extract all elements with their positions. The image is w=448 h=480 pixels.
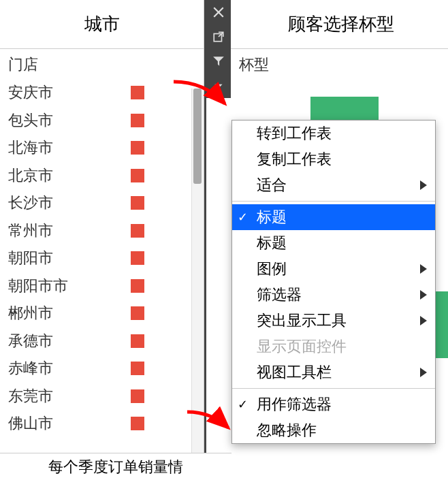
menu-label: 视图工具栏 — [257, 362, 332, 383]
color-swatch — [131, 224, 144, 238]
scrollbar-track[interactable] — [191, 89, 204, 456]
city-row[interactable]: 常州市 — [0, 217, 204, 245]
menu-separator — [232, 388, 435, 389]
city-name: 郴州市 — [8, 303, 131, 323]
city-name: 北京市 — [8, 165, 131, 186]
color-swatch — [131, 114, 144, 127]
city-name: 东莞市 — [8, 386, 131, 406]
color-swatch — [131, 417, 144, 430]
submenu-arrow-icon — [420, 364, 427, 381]
scrollbar-thumb[interactable] — [193, 89, 202, 184]
menu-label: 复制工作表 — [257, 149, 332, 170]
color-swatch — [131, 306, 144, 320]
filter-icon[interactable] — [206, 49, 231, 74]
menu-goto-sheet[interactable]: 转到工作表 — [232, 121, 435, 146]
menu-filters[interactable]: 筛选器 — [232, 282, 435, 308]
color-swatch — [131, 279, 144, 293]
menu-label: 突出显示工具 — [257, 310, 347, 331]
city-name: 常州市 — [8, 221, 131, 241]
city-name: 包头市 — [8, 110, 131, 131]
menu-label: 筛选器 — [257, 285, 302, 305]
city-row[interactable]: 朝阳市市 — [0, 272, 204, 300]
menu-fit[interactable]: 适合 — [232, 172, 435, 198]
city-row[interactable]: 承德市 — [0, 327, 204, 355]
menu-label: 忽略操作 — [257, 420, 317, 441]
city-row[interactable]: 郴州市 — [0, 300, 204, 327]
city-row[interactable]: 安庆市 — [0, 79, 204, 107]
color-swatch — [131, 362, 144, 375]
left-panel-title: 城市 — [0, 0, 204, 49]
svg-line-3 — [219, 32, 223, 37]
menu-label: 标题 — [257, 233, 287, 253]
menu-show-page-ctrl: 显示页面控件 — [232, 334, 435, 359]
menu-separator — [232, 201, 435, 202]
city-name: 朝阳市 — [8, 248, 131, 268]
city-row[interactable]: 赤峰市 — [0, 355, 204, 383]
menu-title2[interactable]: 标题 — [232, 230, 435, 256]
city-name: 安庆市 — [8, 82, 131, 103]
city-list: 安庆市包头市北海市北京市长沙市常州市朝阳市朝阳市市郴州市承德市赤峰市东莞市佛山市 — [0, 79, 204, 447]
store-label: 门店 — [0, 49, 204, 79]
right-panel-title: 顾客选择杯型 — [206, 0, 448, 49]
color-swatch — [131, 251, 144, 265]
menu-ignore-ops[interactable]: 忽略操作 — [232, 417, 435, 443]
menu-label: 转到工作表 — [257, 123, 332, 144]
menu-title-checked[interactable]: ✓ 标题 — [232, 204, 435, 230]
color-swatch — [131, 169, 144, 182]
check-icon: ✓ — [238, 210, 248, 225]
city-name: 承德市 — [8, 331, 131, 351]
submenu-arrow-icon — [420, 312, 427, 330]
context-menu: 转到工作表 复制工作表 适合 ✓ 标题 标题 图例 筛选器 突出显示工具 显示页… — [231, 120, 436, 444]
menu-label: 用作筛选器 — [257, 394, 332, 415]
color-swatch — [131, 334, 144, 348]
view-toolbar — [206, 0, 231, 98]
menu-use-as-filter[interactable]: ✓ 用作筛选器 — [232, 391, 435, 417]
right-sublabel: 杯型 — [206, 49, 448, 79]
city-name: 北海市 — [8, 138, 131, 158]
popout-icon[interactable] — [206, 25, 231, 49]
submenu-arrow-icon — [420, 176, 427, 194]
submenu-arrow-icon — [420, 260, 427, 278]
city-row[interactable]: 佛山市 — [0, 410, 204, 438]
footer-tab[interactable]: 每个季度订单销量情 — [0, 453, 231, 480]
close-icon[interactable] — [206, 0, 231, 25]
dropdown-icon[interactable] — [206, 74, 231, 98]
city-name: 佛山市 — [8, 413, 131, 434]
city-name: 赤峰市 — [8, 358, 131, 379]
city-row[interactable]: 包头市 — [0, 107, 204, 135]
color-swatch — [131, 141, 144, 155]
menu-label: 显示页面控件 — [257, 336, 347, 357]
submenu-arrow-icon — [420, 286, 427, 304]
menu-label: 适合 — [257, 175, 287, 195]
check-icon: ✓ — [238, 397, 248, 412]
color-swatch — [131, 86, 144, 99]
menu-view-toolbar[interactable]: 视图工具栏 — [232, 359, 435, 385]
chart-bar-1 — [310, 97, 379, 121]
color-swatch — [131, 196, 144, 210]
menu-highlight[interactable]: 突出显示工具 — [232, 308, 435, 334]
menu-label: 图例 — [257, 259, 287, 279]
city-row[interactable]: 北海市 — [0, 134, 204, 162]
city-row[interactable]: 北京市 — [0, 162, 204, 190]
color-swatch — [131, 389, 144, 403]
city-row[interactable]: 东莞市 — [0, 383, 204, 411]
city-row[interactable]: 长沙市 — [0, 189, 204, 217]
city-name: 朝阳市市 — [8, 276, 131, 296]
menu-legend[interactable]: 图例 — [232, 256, 435, 282]
city-name: 长沙市 — [8, 193, 131, 213]
menu-copy-sheet[interactable]: 复制工作表 — [232, 146, 435, 172]
city-row[interactable]: 朝阳市 — [0, 244, 204, 272]
menu-label: 标题 — [257, 207, 287, 227]
